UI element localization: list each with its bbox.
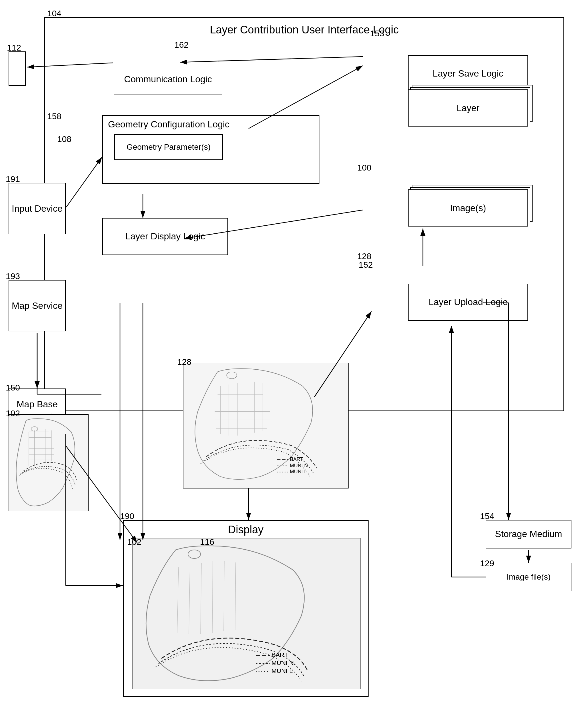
main-ui-box: Layer Contribution User Interface Logic … xyxy=(44,17,564,411)
images-label: Image(s) xyxy=(450,203,486,213)
svg-text:MUNI N: MUNI N xyxy=(271,659,294,666)
image-files-label: Image file(s) xyxy=(507,573,550,582)
ref-102-small: 102 xyxy=(6,409,20,418)
comm-logic-label: Communication Logic xyxy=(124,73,212,85)
display-inner-frame: BART MUNI N MUNI L xyxy=(132,538,361,689)
geo-config-box: Geometry Configuration Logic Geometry Pa… xyxy=(102,115,319,184)
ref-150: 150 xyxy=(6,383,20,392)
svg-text:MUNI L: MUNI L xyxy=(290,469,307,474)
ref-102-display: 102 xyxy=(127,537,142,547)
ref-128-images: 128 xyxy=(357,251,372,261)
small-rect-112 xyxy=(8,51,26,86)
svg-rect-13 xyxy=(184,363,348,488)
display-box: Display xyxy=(123,520,369,697)
ref-108: 108 xyxy=(57,134,71,144)
storage-medium-label: Storage Medium xyxy=(495,528,562,540)
ref-116: 116 xyxy=(200,537,214,547)
layer-save-label: Layer Save Logic xyxy=(433,68,503,80)
layer-upload-label: Layer Upload Logic xyxy=(428,296,507,308)
svg-text:MUNI N: MUNI N xyxy=(290,463,308,469)
svg-text:BART: BART xyxy=(271,651,288,659)
map-service-label: Map Service xyxy=(12,299,63,312)
ref-104: 104 xyxy=(47,8,61,18)
ref-comm-162: 162 xyxy=(174,40,189,50)
ref-153: 153 xyxy=(370,28,384,38)
geo-params-box: Geometry Parameter(s) xyxy=(114,134,223,160)
ref-128-medium: 128 xyxy=(177,357,191,367)
ref-100: 100 xyxy=(357,163,372,173)
geo-config-label: Geometry Configuration Logic xyxy=(108,118,229,131)
comm-logic-box: Communication Logic xyxy=(114,64,222,95)
ref-158: 158 xyxy=(47,111,61,121)
display-label: Display xyxy=(228,524,264,536)
ref-129: 129 xyxy=(480,558,494,568)
input-device-box: Input Device xyxy=(8,183,66,234)
ref-152: 152 xyxy=(359,260,373,270)
ref-112: 112 xyxy=(7,43,21,52)
layer-display-label: Layer Display Logic xyxy=(125,231,205,242)
map-image-medium: BART MUNI N MUNI L xyxy=(183,363,349,489)
layer-display-box: Layer Display Logic xyxy=(102,218,228,255)
svg-text:MUNI L: MUNI L xyxy=(271,667,293,674)
layer-label: Layer xyxy=(457,103,479,113)
ref-154: 154 xyxy=(480,511,494,521)
ref-191: 191 xyxy=(6,174,20,184)
image-page-front: Image(s) xyxy=(408,189,528,227)
layer-page-front: Layer xyxy=(408,89,528,127)
diagram: 104 112 Layer Contribution User Interfac… xyxy=(0,0,588,711)
layer-upload-box: Layer Upload Logic xyxy=(408,284,528,321)
input-device-label: Input Device xyxy=(12,202,63,215)
geo-params-label: Geometry Parameter(s) xyxy=(127,142,211,152)
image-files-box: Image file(s) xyxy=(486,563,571,591)
storage-medium-box: Storage Medium xyxy=(486,520,571,548)
ref-190: 190 xyxy=(120,511,134,521)
map-service-box: Map Service xyxy=(8,280,66,331)
map-image-small xyxy=(8,414,88,511)
ref-193: 193 xyxy=(6,272,20,281)
svg-text:BART: BART xyxy=(290,456,303,462)
